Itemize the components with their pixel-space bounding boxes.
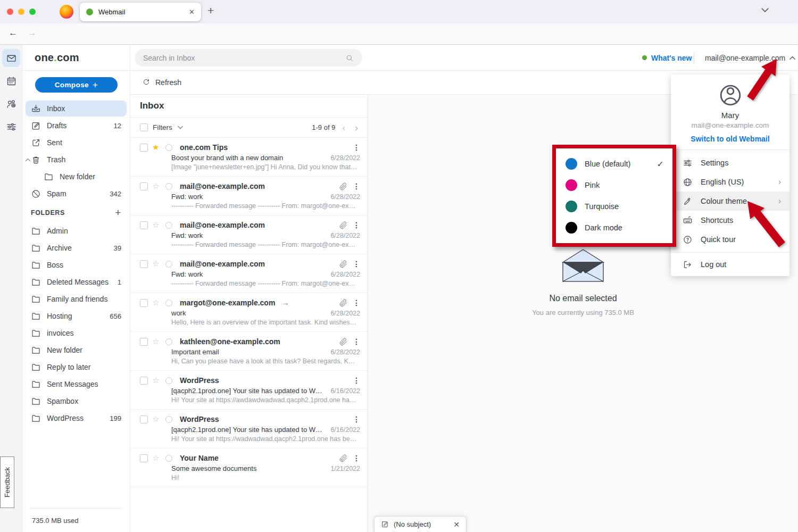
- switch-old-webmail-link[interactable]: Switch to old Webmail: [671, 135, 789, 143]
- read-status-icon[interactable]: [165, 338, 172, 345]
- star-toggle[interactable]: ☆ ★: [152, 414, 161, 424]
- new-tab-button[interactable]: +: [207, 4, 214, 17]
- compose-button[interactable]: Compose+: [35, 77, 118, 93]
- tab-list-chevron-icon[interactable]: [761, 7, 769, 13]
- sidebar-item-sent[interactable]: Sent: [26, 135, 127, 151]
- sidebar-item-spam[interactable]: Spam 342: [26, 186, 127, 202]
- email-more-icon[interactable]: ⋮: [353, 182, 360, 190]
- star-toggle[interactable]: ☆ ★: [152, 143, 161, 152]
- read-status-icon[interactable]: [165, 416, 172, 423]
- close-icon[interactable]: ✕: [453, 520, 460, 529]
- feedback-tab[interactable]: Feedback: [0, 456, 14, 508]
- rail-mail-icon[interactable]: [2, 49, 20, 67]
- sidebar-folder-item[interactable]: New folder: [26, 342, 127, 358]
- add-folder-button[interactable]: +: [115, 207, 121, 219]
- read-status-icon[interactable]: [165, 222, 172, 229]
- menu-item-language[interactable]: English (US) ›: [671, 172, 789, 192]
- theme-option[interactable]: Blue (default) ✓: [556, 153, 672, 174]
- star-toggle[interactable]: ☆ ★: [152, 259, 161, 269]
- email-row[interactable]: ☆ ★ one.com Tips → ⋮ Boost your brand wi…: [130, 138, 368, 177]
- sidebar-folder-item[interactable]: WordPress 199: [26, 410, 127, 426]
- rail-settings-icon[interactable]: [2, 118, 20, 136]
- star-toggle[interactable]: ☆ ★: [152, 181, 161, 191]
- star-toggle[interactable]: ☆ ★: [152, 220, 161, 230]
- star-toggle[interactable]: ☆ ★: [152, 298, 161, 307]
- search-input[interactable]: [143, 54, 340, 62]
- search-bar[interactable]: [135, 49, 362, 66]
- email-row[interactable]: ☆ ★ kathleen@one-example.com → ⋮ Importa…: [130, 332, 368, 371]
- email-checkbox[interactable]: [140, 377, 148, 385]
- menu-item-logout[interactable]: Log out: [671, 253, 789, 276]
- minimized-compose-bar[interactable]: (No subject) ✕: [374, 516, 467, 532]
- sidebar-item-trash[interactable]: Trash: [26, 152, 127, 168]
- read-status-icon[interactable]: [165, 144, 172, 151]
- tab-close-icon[interactable]: ✕: [189, 8, 195, 16]
- read-status-icon[interactable]: [165, 300, 172, 306]
- email-checkbox[interactable]: [140, 182, 148, 190]
- email-checkbox[interactable]: [140, 299, 148, 307]
- read-status-icon[interactable]: [165, 455, 172, 462]
- email-checkbox[interactable]: [140, 144, 148, 152]
- rail-calendar-icon[interactable]: [2, 72, 20, 90]
- email-more-icon[interactable]: ⋮: [353, 299, 360, 306]
- star-toggle[interactable]: ☆ ★: [152, 453, 161, 463]
- sidebar-item-drafts[interactable]: Drafts 12: [26, 118, 127, 134]
- forward-button[interactable]: →: [28, 28, 37, 38]
- theme-option[interactable]: Pink ✓: [556, 174, 672, 196]
- macos-minimize-button[interactable]: [18, 9, 24, 15]
- email-row[interactable]: ☆ ★ mail@one-example.com → ⋮ Fwd: work 6…: [130, 215, 368, 254]
- sidebar-folder-item[interactable]: Family and friends: [26, 291, 127, 307]
- email-checkbox[interactable]: [140, 454, 148, 462]
- browser-tab[interactable]: Webmail ✕: [80, 3, 201, 21]
- email-row[interactable]: ☆ ★ WordPress → ⋮ [qacph2.1prod.one] You…: [130, 371, 368, 410]
- email-row[interactable]: ☆ ★ Your Name → ⋮ Some awesome documents…: [130, 448, 368, 487]
- email-checkbox[interactable]: [140, 415, 148, 423]
- whats-new-link[interactable]: What's new: [642, 45, 692, 71]
- email-checkbox[interactable]: [140, 338, 148, 346]
- theme-option[interactable]: Turquoise ✓: [556, 196, 672, 217]
- rail-contacts-icon[interactable]: [2, 95, 20, 113]
- filters-button[interactable]: Filters: [153, 123, 172, 131]
- sidebar-folder-item[interactable]: Boss: [26, 257, 127, 273]
- sidebar-folder-item[interactable]: Reply to later: [26, 359, 127, 375]
- read-status-icon[interactable]: [165, 261, 172, 268]
- sidebar-folder-item[interactable]: Deleted Messages 1: [26, 274, 127, 290]
- email-more-icon[interactable]: ⋮: [353, 415, 360, 423]
- email-more-icon[interactable]: ⋮: [353, 454, 360, 462]
- sidebar-folder-item[interactable]: Archive 39: [26, 240, 127, 256]
- sidebar-folder-item[interactable]: Spambox: [26, 393, 127, 409]
- one-com-logo[interactable]: one.com: [35, 52, 79, 64]
- sidebar-item-trash-new-folder[interactable]: New folder: [26, 169, 127, 185]
- prev-page-icon[interactable]: ‹: [340, 122, 347, 132]
- sidebar-folder-item[interactable]: Sent Messages: [26, 376, 127, 392]
- menu-item-settings[interactable]: Settings: [671, 153, 789, 172]
- sidebar-folder-item[interactable]: Admin: [26, 223, 127, 239]
- sidebar-folder-item[interactable]: invoices: [26, 325, 127, 341]
- email-more-icon[interactable]: ⋮: [353, 338, 360, 345]
- search-icon[interactable]: [345, 54, 354, 62]
- email-checkbox[interactable]: [140, 260, 148, 268]
- star-toggle[interactable]: ☆ ★: [152, 376, 161, 385]
- theme-option[interactable]: Dark mode ✓: [556, 217, 672, 238]
- email-row[interactable]: ☆ ★ margot@one-example.com → ⋮ work 6/28…: [130, 293, 368, 332]
- filters-chevron-icon[interactable]: [177, 126, 184, 129]
- back-button[interactable]: ←: [9, 28, 18, 38]
- next-page-icon[interactable]: ›: [353, 122, 360, 132]
- macos-close-button[interactable]: [7, 9, 13, 15]
- email-more-icon[interactable]: ⋮: [353, 377, 360, 384]
- read-status-icon[interactable]: [165, 183, 172, 190]
- email-row[interactable]: ☆ ★ mail@one-example.com → ⋮ Fwd: work 6…: [130, 177, 368, 215]
- select-all-checkbox[interactable]: [140, 123, 148, 131]
- sidebar-folder-item[interactable]: Hosting 656: [26, 308, 127, 324]
- email-row[interactable]: ☆ ★ WordPress → ⋮ [qacph2.1prod.one] You…: [130, 410, 368, 448]
- email-checkbox[interactable]: [140, 221, 148, 229]
- sidebar-item-inbox[interactable]: Inbox: [26, 101, 127, 117]
- star-toggle[interactable]: ☆ ★: [152, 337, 161, 346]
- email-more-icon[interactable]: ⋮: [353, 144, 360, 151]
- read-status-icon[interactable]: [165, 377, 172, 384]
- collapse-chevron-icon[interactable]: [25, 158, 31, 162]
- refresh-button[interactable]: Refresh: [142, 78, 181, 87]
- email-more-icon[interactable]: ⋮: [353, 221, 360, 229]
- email-row[interactable]: ☆ ★ mail@one-example.com → ⋮ Fwd: work 6…: [130, 254, 368, 293]
- email-more-icon[interactable]: ⋮: [353, 260, 360, 268]
